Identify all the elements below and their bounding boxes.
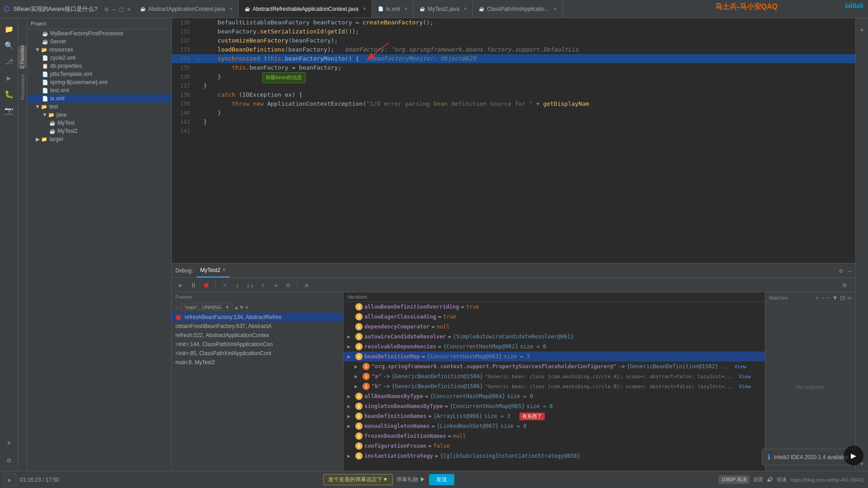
sidebar-git-icon[interactable]: ⎇ [2,54,16,69]
var-allow-eager-classloading[interactable]: i allowEagerClassLoading = true [344,312,765,322]
tab-close-mytest2[interactable]: ✕ [463,6,467,11]
debug-panel-close[interactable]: ⚙ ― [839,267,852,274]
frame-item-5[interactable]: main:8, MyTest2 [172,358,343,367]
quality-badge[interactable]: 1080P 高清 [718,475,750,484]
close-icon[interactable]: ✕ [127,5,131,13]
view-link-3[interactable]: View [739,384,751,389]
frame-nav-down[interactable]: ▼ [240,304,243,310]
close-debug-icon[interactable]: ― [848,267,852,274]
watch-dropdown-btn[interactable]: ▼ [832,294,838,301]
frame-item-3[interactable]: <init>:144, ClassPathXmlApplicationCon [172,340,343,349]
debug-tab-mytest2[interactable]: MyTest2 ✕ [197,263,230,277]
tree-item-resources[interactable]: ▼ 📂 resources [27,46,171,54]
var-expand-arrow[interactable]: ▶ [354,363,361,370]
tree-item-cycle2[interactable]: 📄 cycle2.xml [27,54,171,62]
sidebar-camera-icon[interactable]: 📷 [2,103,16,117]
right-scroll-up[interactable]: ▲ [855,22,868,36]
tab-close-active[interactable]: ✕ [363,6,366,11]
tab-close[interactable]: ✕ [229,6,233,11]
minimize-icon[interactable]: ― [112,5,116,13]
danmaku-gift-btn[interactable]: 弹幕礼物 ▶ [396,476,425,483]
send-button[interactable]: 发送 [429,474,454,485]
step-into-btn[interactable]: ↓ [232,280,243,291]
sidebar-project-icon[interactable]: 📁 [2,22,16,36]
var-frozen-bean-def-names[interactable]: i frozenBeanDefinitionNames = null [344,431,765,441]
persistence-label[interactable]: Persistence [20,72,25,102]
var-singleton-bean-names-by-type[interactable]: ▶ i singletonBeanNamesByType = {Concurre… [344,401,765,411]
var-expand-arrow[interactable]: ▶ [347,413,354,419]
step-over-btn[interactable]: ↷ [219,280,230,291]
tab-close-xml[interactable]: ✕ [404,6,408,11]
var-instantiation-strategy[interactable]: ▶ i instantiationStrategy = {CglibSubcla… [344,451,765,461]
more-debug-btn[interactable]: ≡ [301,280,312,291]
force-step-into-btn[interactable]: ↓↓ [245,280,255,291]
var-expand-arrow[interactable]: ▶ [347,343,354,350]
mytest2-close[interactable]: ✕ [222,267,226,273]
tree-item-spring-username[interactable]: 📄 spring-${username}.xml [27,78,171,86]
tree-item-mytest2[interactable]: ☕ MyTest2 [27,127,171,135]
var-bean-definition-names[interactable]: ▶ i beanDefinitionNames = {ArrayList@966… [344,411,765,421]
sidebar-settings-bottom-icon[interactable]: ⚙ [2,453,16,467]
tree-item-server[interactable]: ☕ Server [27,38,171,46]
var-manual-singleton-names[interactable]: ▶ i manualSingletonNames = {LinkedHashSe… [344,421,765,431]
var-bean-def-map-item-3[interactable]: ▶ i "b" -> {GenericBeanDefinition@1506} … [344,381,765,391]
var-resolvable-deps[interactable]: ▶ i resolvableDependencies = {Concurrent… [344,342,765,352]
sidebar-favorites-icon[interactable]: ★ [2,435,16,449]
frame-item-0[interactable]: ⬤ refreshBeanFactory:134, AbstractRefres [172,313,343,322]
var-bean-def-map-item-2[interactable]: ▶ i "a" -> {GenericBeanDefinition@1504} … [344,371,765,381]
step-out-btn[interactable]: ↑ [257,280,268,291]
tree-item-mybeanfactorypostprocessor[interactable]: ☕ MyBeanFactoryPostProcessor [27,29,171,38]
tab-tx-xml[interactable]: 📄 tx.xml ✕ [372,0,414,18]
frame-nav-up[interactable]: ▲ [235,304,238,310]
tab-close-classpathxml[interactable]: ✕ [553,6,557,11]
sidebar-search-icon[interactable]: 🔍 [2,38,16,52]
tab-abstract-refreshable-application-context[interactable]: ☕ AbstractRefreshableApplicationContext.… [239,0,372,18]
stop-btn[interactable]: ⏹ [201,280,212,291]
sidebar-debug-icon[interactable]: 🐛 [2,87,16,101]
speed-btn[interactable]: 倍速 [777,476,787,483]
settings-btn[interactable]: 设置 [753,476,763,483]
notification-area[interactable]: 发个友善的弹幕说定下▼ [323,474,393,485]
play-button[interactable]: ▶ [4,474,16,486]
debug-settings-btn[interactable]: ⊞ [839,280,850,291]
var-all-bean-names-by-type[interactable]: ▶ i allBeanNamesByType = {ConcurrentHash… [344,391,765,401]
var-expand-arrow[interactable]: ▶ [354,373,361,380]
var-dependency-comparator[interactable]: i dependencyComparator = null [344,322,765,332]
frame-item-1[interactable]: obtainFreshBeanFactory:637, AbstractA [172,322,343,331]
gear-icon[interactable]: ⚙ [839,267,843,274]
var-expand-arrow[interactable]: ▶ [354,383,361,389]
var-expand-arrow[interactable]: ▶ [347,453,354,459]
tree-item-db[interactable]: 📋 db.properties [27,62,171,70]
tree-item-tx-xml[interactable]: 📄 tx.xml [27,94,171,103]
frame-item-2[interactable]: refresh:522, AbstractApplicationContex [172,331,343,340]
tree-item-mytest[interactable]: ☕ MyTest [27,119,171,127]
var-bean-definition-map[interactable]: ▶ i beanDefinitionMap = {ConcurrentHashM… [344,352,765,361]
var-allow-bean-def-overriding[interactable]: i allowBeanDefinitionOverriding = true [344,302,765,312]
tree-item-java-folder[interactable]: ▼ 📂 java [27,111,171,119]
var-expand-arrow[interactable]: ▶ [347,333,354,340]
volume-btn[interactable]: 🔊 [767,477,773,483]
running-dropdown[interactable]: ▼ [225,305,230,310]
running-badge[interactable]: "main"...UNNING ▼ [180,304,233,311]
tab-mytest2[interactable]: ☕ MyTest2.java ✕ [414,0,473,18]
run-to-cursor-btn[interactable]: ⇥ [270,280,281,291]
tree-item-test-xml[interactable]: 📄 test.xml [27,86,171,94]
tab-abstract-application-context[interactable]: ☕ AbstractApplicationContext.java ✕ [134,0,238,18]
sidebar-run-icon[interactable]: ▶ [2,70,16,85]
tree-item-target[interactable]: ▶ 📁 target [27,135,171,143]
view-link-2[interactable]: View [739,374,751,380]
tree-item-test-folder[interactable]: ▼ 📂 test [27,103,171,111]
tab-classpathxml[interactable]: ☕ ClassPathXmlApplicatio... ✕ [473,0,562,18]
var-expand-arrow[interactable]: ▶ [347,353,354,360]
remove-watch-btn[interactable]: − [821,294,825,301]
play-overlay-btn[interactable]: ▶ [844,446,863,465]
resume-btn[interactable]: ▶ [175,280,186,291]
pause-btn[interactable]: ⏸ [188,280,199,291]
var-expand-arrow[interactable]: ▶ [347,393,354,399]
var-bean-def-map-item-1[interactable]: ▶ i "org.springframework.context.support… [344,361,765,371]
frame-filter[interactable]: ≡ [245,304,248,310]
tree-item-jdbc[interactable]: 📄 jdbcTemplate.xml [27,70,171,78]
watch-copy-btn[interactable]: ⊟ [840,294,845,301]
view-link-1[interactable]: View [734,364,746,370]
var-configuration-frozen[interactable]: i configurationFrozen = false [344,441,765,451]
